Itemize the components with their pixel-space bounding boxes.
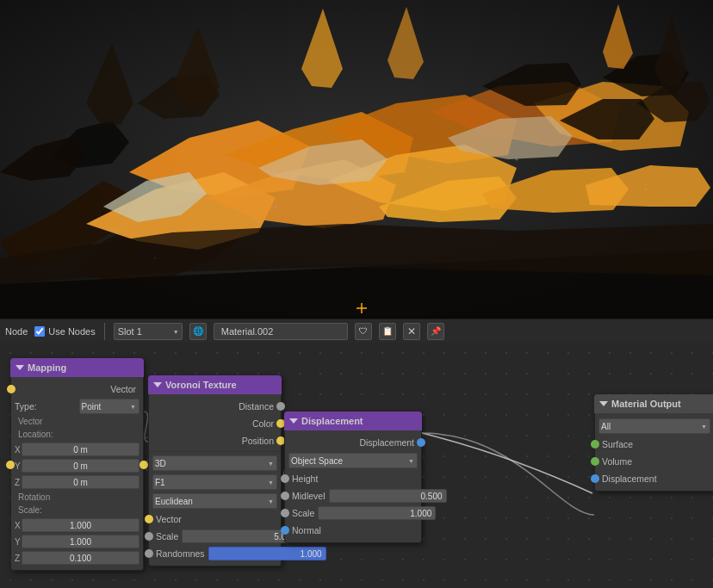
mapping-vector-out-socket[interactable] <box>140 461 148 469</box>
displacement-out-label: Displacement <box>359 437 414 448</box>
voronoi-dim-row: 3D <box>149 454 281 473</box>
mapping-scale-y-row: Y <box>15 534 140 549</box>
displacement-node-body: Displacement Object Space Height <box>284 430 422 543</box>
material-output-displacement-label: Displacement <box>602 473 707 484</box>
mapping-scale-x-label: X <box>15 521 22 530</box>
mapping-loc-y-row: Y <box>15 458 140 473</box>
displacement-normal-label: Normal <box>292 525 414 535</box>
voronoi-distance-socket[interactable] <box>276 402 285 411</box>
mapping-loc-z-label: Z <box>15 478 22 487</box>
material-name-input[interactable] <box>214 323 348 340</box>
viewport[interactable] <box>0 0 713 319</box>
displacement-height-socket[interactable] <box>281 474 289 483</box>
use-nodes-checkbox[interactable] <box>34 326 45 337</box>
mapping-loc-y-label: Y <box>15 461 22 471</box>
displacement-out-socket[interactable] <box>417 438 425 447</box>
mapping-vector-section: Vector <box>11 415 143 428</box>
svg-point-36 <box>516 158 518 161</box>
displacement-height-label: Height <box>292 473 414 484</box>
displacement-collapse-triangle[interactable] <box>289 418 298 424</box>
svg-point-34 <box>361 189 363 190</box>
mapping-scale-x-input[interactable] <box>22 518 140 532</box>
3d-viewport-render <box>0 0 713 319</box>
material-output-title: Material Output <box>611 399 681 409</box>
mapping-vector-label: Vector <box>18 384 136 394</box>
material-output-surface-socket[interactable] <box>591 440 599 449</box>
material-output-node[interactable]: Material Output All Surface Volume <box>594 394 713 492</box>
mapping-scale-x-row: X <box>15 517 140 533</box>
pin-icon[interactable]: 📌 <box>427 323 444 340</box>
browse-material-icon[interactable]: 🌐 <box>189 323 207 340</box>
mapping-rotation-label: Rotation <box>11 491 143 504</box>
voronoi-scale-socket[interactable] <box>145 532 153 541</box>
node-editor[interactable]: Mapping Vector Type: Point Vec <box>0 343 713 588</box>
voronoi-node-title: Voronoi Texture <box>165 380 237 390</box>
displacement-space-row: Object Space <box>285 451 421 470</box>
copy-material-icon[interactable]: 📋 <box>379 323 396 340</box>
displacement-space-select[interactable]: Object Space <box>288 453 418 468</box>
material-output-target-wrapper[interactable]: All <box>598 418 710 434</box>
voronoi-distance-type-row: Euclidean <box>149 492 281 511</box>
delete-material-icon[interactable]: ✕ <box>403 323 420 340</box>
displacement-midlevel-input[interactable] <box>329 489 447 503</box>
voronoi-color-label: Color <box>252 418 274 429</box>
voronoi-randomness-input[interactable] <box>208 547 326 560</box>
displacement-normal-socket[interactable] <box>281 526 289 535</box>
mapping-node[interactable]: Mapping Vector Type: Point Vec <box>10 358 144 571</box>
voronoi-scale-label: Scale <box>156 531 178 542</box>
mapping-scale-z-label: Z <box>15 554 22 563</box>
material-output-collapse-triangle[interactable] <box>599 401 608 406</box>
mapping-scale-socket[interactable] <box>6 461 15 469</box>
displacement-scale-label: Scale <box>292 508 314 518</box>
material-output-target-select[interactable]: All <box>598 418 710 434</box>
voronoi-texture-node[interactable]: Voronoi Texture Distance Color Position <box>148 375 282 566</box>
mapping-collapse-triangle[interactable] <box>16 365 24 370</box>
mapping-loc-x-input[interactable] <box>22 443 140 456</box>
mapping-location-group: X Y Z <box>11 442 143 490</box>
mapping-scale-z-input[interactable] <box>22 551 140 565</box>
mapping-loc-x-label: X <box>15 445 22 455</box>
mapping-node-title: Mapping <box>28 362 66 373</box>
material-output-displacement-socket[interactable] <box>591 474 599 483</box>
voronoi-position-label: Position <box>242 436 274 446</box>
material-output-target-row: All <box>595 417 713 436</box>
voronoi-dim-select[interactable]: 3D <box>152 455 277 471</box>
svg-point-33 <box>275 206 277 208</box>
slot-selector[interactable]: Slot 1 <box>114 323 183 340</box>
voronoi-node-body: Distance Color Position 3D <box>148 394 282 566</box>
separator-1 <box>104 323 105 340</box>
displacement-node-title: Displacement <box>301 416 363 426</box>
displacement-midlevel-socket[interactable] <box>281 492 289 500</box>
voronoi-vector-label: Vector <box>156 514 274 524</box>
voronoi-randomness-socket[interactable] <box>145 549 153 558</box>
voronoi-feature-select[interactable]: F1 <box>152 474 277 490</box>
use-nodes-toggle[interactable]: Use Nodes <box>34 326 95 337</box>
displacement-scale-socket[interactable] <box>281 509 289 517</box>
voronoi-collapse-triangle[interactable] <box>153 382 162 387</box>
mapping-scale-y-input[interactable] <box>22 535 140 548</box>
svg-point-31 <box>214 223 216 225</box>
voronoi-vector-in-socket[interactable] <box>145 515 153 523</box>
mapping-vector-in-socket[interactable] <box>7 385 16 393</box>
displacement-space-wrapper[interactable]: Object Space <box>288 453 418 468</box>
voronoi-distance-label: Distance <box>239 401 274 412</box>
shield-icon[interactable]: 🛡 <box>355 323 372 340</box>
mapping-type-select[interactable]: Point <box>79 399 140 414</box>
svg-point-38 <box>645 189 647 190</box>
material-output-volume-label: Volume <box>602 456 707 467</box>
mapping-loc-z-row: Z <box>15 474 140 490</box>
voronoi-distance-type-select[interactable]: Euclidean <box>152 493 277 509</box>
mapping-loc-y-input[interactable] <box>22 459 140 473</box>
mapping-node-header: Mapping <box>10 358 144 377</box>
displacement-scale-input[interactable] <box>318 506 436 520</box>
displacement-node[interactable]: Displacement Displacement Object Space <box>284 412 422 543</box>
material-output-volume-socket[interactable] <box>591 457 599 466</box>
node-editor-label: Node <box>5 326 28 337</box>
mapping-loc-z-input[interactable] <box>22 475 140 489</box>
voronoi-distance-type-wrapper[interactable]: Euclidean <box>152 493 277 509</box>
mapping-type-wrapper[interactable]: Point <box>79 399 140 414</box>
slot-selector-wrapper[interactable]: Slot 1 <box>114 323 183 340</box>
voronoi-feature-wrapper[interactable]: F1 <box>152 474 277 490</box>
mapping-scale-y-label: Y <box>15 537 22 547</box>
voronoi-dim-wrapper[interactable]: 3D <box>152 455 277 471</box>
